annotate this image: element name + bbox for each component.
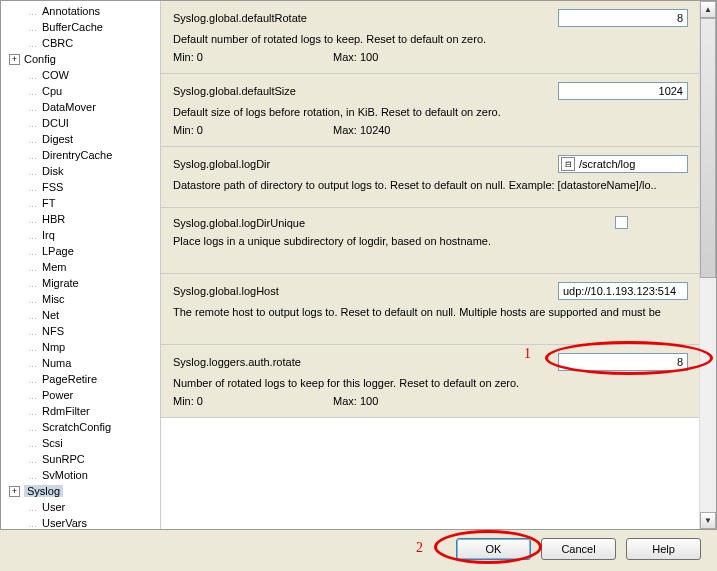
tree-item-misc[interactable]: …Misc <box>1 291 160 307</box>
tree-label: User <box>42 501 65 513</box>
tree-connector: … <box>27 358 38 369</box>
tree-item-syslog[interactable]: +Syslog <box>1 483 160 499</box>
tree-item-power[interactable]: …Power <box>1 387 160 403</box>
scroll-down-icon[interactable]: ▼ <box>700 512 716 529</box>
auth-rotate-input[interactable] <box>558 353 688 371</box>
tree-connector: … <box>27 502 38 513</box>
tree-item-cpu[interactable]: …Cpu <box>1 83 160 99</box>
tree-connector: … <box>27 518 38 529</box>
max-label: Max: 10240 <box>333 124 390 136</box>
setting-desc: The remote host to output logs to. Reset… <box>173 306 688 318</box>
tree-item-cow[interactable]: …COW <box>1 67 160 83</box>
tree-label: Syslog <box>24 485 63 497</box>
tree-item-lpage[interactable]: …LPage <box>1 243 160 259</box>
tree-label: Migrate <box>42 277 79 289</box>
section-auth-rotate: Syslog.loggers.auth.rotate Number of rot… <box>161 345 716 418</box>
tree-item-scratchconfig[interactable]: …ScratchConfig <box>1 419 160 435</box>
tree-item-rdmfilter[interactable]: …RdmFilter <box>1 403 160 419</box>
tree-item-nfs[interactable]: …NFS <box>1 323 160 339</box>
setting-name: Syslog.global.logHost <box>173 285 558 297</box>
tree-connector: … <box>27 102 38 113</box>
tree-connector: … <box>27 118 38 129</box>
tree-connector: … <box>27 230 38 241</box>
tree-connector: … <box>27 310 38 321</box>
help-button[interactable]: Help <box>626 538 701 560</box>
setting-desc: Default number of rotated logs to keep. … <box>173 33 688 45</box>
tree-connector: … <box>27 422 38 433</box>
tree-item-datamover[interactable]: …DataMover <box>1 99 160 115</box>
tree-label: FT <box>42 197 55 209</box>
tree-item-cbrc[interactable]: …CBRC <box>1 35 160 51</box>
tree-connector: … <box>27 70 38 81</box>
tree-label: LPage <box>42 245 74 257</box>
default-rotate-input[interactable] <box>558 9 688 27</box>
tree-item-scsi[interactable]: …Scsi <box>1 435 160 451</box>
tree-connector: … <box>27 438 38 449</box>
section-log-dir: Syslog.global.logDir ⊟ /scratch/log Data… <box>161 147 716 208</box>
max-label: Max: 100 <box>333 395 378 407</box>
setting-desc: Place logs in a unique subdirectory of l… <box>173 235 688 247</box>
tree-item-direntrycache[interactable]: …DirentryCache <box>1 147 160 163</box>
tree-item-migrate[interactable]: …Migrate <box>1 275 160 291</box>
default-size-input[interactable] <box>558 82 688 100</box>
cancel-button[interactable]: Cancel <box>541 538 616 560</box>
tree-item-hbr[interactable]: …HBR <box>1 211 160 227</box>
log-host-input[interactable] <box>558 282 688 300</box>
expand-icon[interactable]: + <box>9 486 20 497</box>
tree-item-sunrpc[interactable]: …SunRPC <box>1 451 160 467</box>
scroll-up-icon[interactable]: ▲ <box>700 1 716 18</box>
tree-item-user[interactable]: …User <box>1 499 160 515</box>
tree-item-irq[interactable]: …Irq <box>1 227 160 243</box>
tree-label: ScratchConfig <box>42 421 111 433</box>
tree-label: NFS <box>42 325 64 337</box>
tree-connector: … <box>27 134 38 145</box>
tree-connector: … <box>27 198 38 209</box>
content-scrollbar[interactable]: ▲ ▼ <box>699 1 716 529</box>
tree-item-net[interactable]: …Net <box>1 307 160 323</box>
tree-connector: … <box>27 374 38 385</box>
log-dir-input[interactable]: ⊟ /scratch/log <box>558 155 688 173</box>
tree-connector: … <box>27 262 38 273</box>
tree-item-config[interactable]: +Config <box>1 51 160 67</box>
tree-item-fss[interactable]: …FSS <box>1 179 160 195</box>
tree-connector: … <box>27 294 38 305</box>
tree-item-pageretire[interactable]: …PageRetire <box>1 371 160 387</box>
tree-connector: … <box>27 390 38 401</box>
tree-connector: … <box>27 182 38 193</box>
tree-label: HBR <box>42 213 65 225</box>
tree-item-svmotion[interactable]: …SvMotion <box>1 467 160 483</box>
tree-connector: … <box>27 22 38 33</box>
tree-item-uservars[interactable]: …UserVars <box>1 515 160 529</box>
tree-item-disk[interactable]: …Disk <box>1 163 160 179</box>
tree-label: Mem <box>42 261 66 273</box>
tree-label: UserVars <box>42 517 87 529</box>
tree-connector: … <box>27 406 38 417</box>
tree-label: Annotations <box>42 5 100 17</box>
tree-item-buffercache[interactable]: …BufferCache <box>1 19 160 35</box>
log-dir-unique-checkbox[interactable] <box>615 216 628 229</box>
tree-label: SvMotion <box>42 469 88 481</box>
tree-item-dcui[interactable]: …DCUI <box>1 115 160 131</box>
tree-item-annotations[interactable]: …Annotations <box>1 3 160 19</box>
tree-item-nmp[interactable]: …Nmp <box>1 339 160 355</box>
scroll-thumb[interactable] <box>700 18 716 278</box>
tree-label: Scsi <box>42 437 63 449</box>
settings-tree[interactable]: …Annotations…BufferCache…CBRC+Config…COW… <box>1 1 161 529</box>
setting-name: Syslog.loggers.auth.rotate <box>173 356 558 368</box>
tree-label: SunRPC <box>42 453 85 465</box>
tree-connector: … <box>27 166 38 177</box>
expand-icon[interactable]: + <box>9 54 20 65</box>
tree-label: PageRetire <box>42 373 97 385</box>
tree-label: CBRC <box>42 37 73 49</box>
tree-label: DCUI <box>42 117 69 129</box>
tree-item-numa[interactable]: …Numa <box>1 355 160 371</box>
tree-item-digest[interactable]: …Digest <box>1 131 160 147</box>
setting-desc: Number of rotated logs to keep for this … <box>173 377 688 389</box>
section-log-host: Syslog.global.logHost The remote host to… <box>161 274 716 345</box>
ok-button[interactable]: OK <box>456 538 531 560</box>
tree-label: Power <box>42 389 73 401</box>
dialog-footer: OK Cancel Help 2 <box>0 530 717 568</box>
tree-item-ft[interactable]: …FT <box>1 195 160 211</box>
tree-item-mem[interactable]: …Mem <box>1 259 160 275</box>
tree-label: Numa <box>42 357 71 369</box>
